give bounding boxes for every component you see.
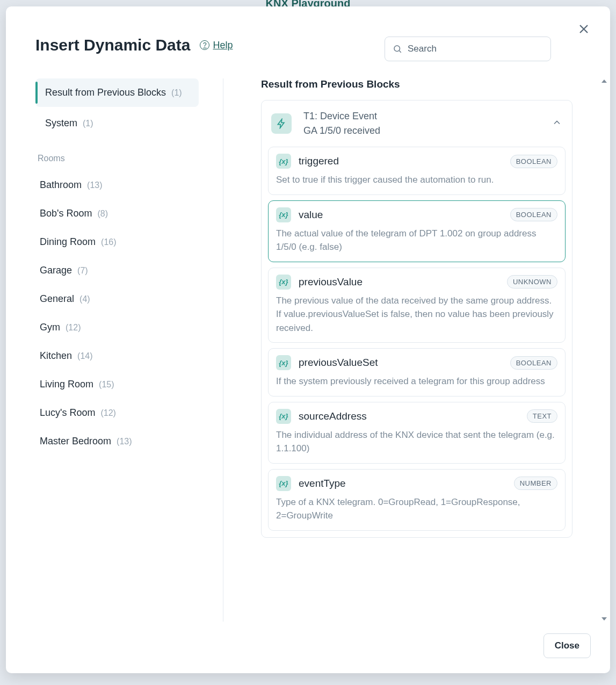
sidebar-category-count: (1) xyxy=(83,119,93,128)
sidebar-room-5[interactable]: Gym(12) xyxy=(35,313,199,342)
results-panel: Result from Previous Blocks T1: Device E… xyxy=(223,78,610,622)
sidebar-room-count: (8) xyxy=(97,209,108,219)
variable-name: triggered xyxy=(299,155,503,167)
sidebar-category-count: (1) xyxy=(171,88,182,98)
variable-type-pill: BOOLEAN xyxy=(510,356,557,370)
variable-description: The individual address of the KNX device… xyxy=(276,428,557,456)
scrollbar[interactable] xyxy=(601,78,607,622)
sidebar-room-label: General xyxy=(40,293,74,305)
sidebar-room-1[interactable]: Bob's Room(8) xyxy=(35,199,199,228)
sidebar-room-label: Bathroom xyxy=(40,179,82,191)
sidebar-room-label: Lucy's Room xyxy=(40,407,95,419)
scroll-down-icon[interactable] xyxy=(601,617,607,621)
help-link[interactable]: ? Help xyxy=(200,40,233,51)
variable-item-sourceAddress[interactable]: {x}sourceAddressTEXTThe individual addre… xyxy=(268,402,566,464)
variable-icon: {x} xyxy=(276,409,291,424)
variable-item-eventType[interactable]: {x}eventTypeNUMBERType of a KNX telegram… xyxy=(268,469,566,531)
sidebar-category-0[interactable]: Result from Previous Blocks(1) xyxy=(35,78,199,107)
rooms-section-label: Rooms xyxy=(35,154,199,163)
variable-name: value xyxy=(299,209,503,221)
sidebar-category-label: Result from Previous Blocks xyxy=(45,87,166,98)
sidebar-room-label: Bob's Room xyxy=(40,208,92,219)
variable-name: eventType xyxy=(299,478,506,489)
block-header[interactable]: T1: Device Event GA 1/5/0 received xyxy=(262,100,572,147)
sidebar-room-label: Garage xyxy=(40,265,72,276)
modal-title: Insert Dynamic Data xyxy=(35,36,190,54)
variable-icon: {x} xyxy=(276,154,291,169)
sidebar-room-4[interactable]: General(4) xyxy=(35,285,199,313)
close-button[interactable]: Close xyxy=(543,633,591,658)
sidebar-room-label: Kitchen xyxy=(40,350,72,362)
sidebar-room-count: (16) xyxy=(101,237,116,247)
variable-icon: {x} xyxy=(276,355,291,370)
sidebar-room-3[interactable]: Garage(7) xyxy=(35,256,199,285)
sidebar-room-count: (4) xyxy=(79,294,90,304)
variable-item-triggered[interactable]: {x}triggeredBOOLEANSet to true if this t… xyxy=(268,147,566,195)
sidebar-room-count: (15) xyxy=(99,380,114,390)
variable-type-pill: TEXT xyxy=(527,409,557,423)
variable-name: sourceAddress xyxy=(299,410,519,422)
search-box[interactable] xyxy=(385,37,551,61)
variable-name: previousValue xyxy=(299,276,499,288)
sidebar-room-count: (13) xyxy=(87,181,102,190)
variable-description: If the system previously received a tele… xyxy=(276,374,557,388)
search-input[interactable] xyxy=(408,44,543,54)
category-sidebar: Result from Previous Blocks(1)System(1)R… xyxy=(6,78,223,622)
variable-item-value[interactable]: {x}valueBOOLEANThe actual value of the t… xyxy=(268,200,566,262)
block-subtitle: GA 1/5/0 received xyxy=(303,124,540,138)
help-label: Help xyxy=(213,40,233,51)
variable-item-previousValueSet[interactable]: {x}previousValueSetBOOLEANIf the system … xyxy=(268,348,566,396)
sidebar-room-0[interactable]: Bathroom(13) xyxy=(35,171,199,199)
sidebar-room-label: Gym xyxy=(40,322,60,333)
variable-type-pill: NUMBER xyxy=(514,477,557,490)
sidebar-room-2[interactable]: Dining Room(16) xyxy=(35,228,199,256)
variable-icon: {x} xyxy=(276,275,291,290)
svg-point-0 xyxy=(394,46,400,52)
variable-description: Type of a KNX telegram. 0=GroupRead, 1=G… xyxy=(276,495,557,523)
sidebar-room-count: (13) xyxy=(117,437,132,446)
sidebar-room-count: (14) xyxy=(77,351,92,361)
variable-description: The actual value of the telegram of DPT … xyxy=(276,227,557,254)
scroll-up-icon[interactable] xyxy=(601,80,607,83)
sidebar-room-6[interactable]: Kitchen(14) xyxy=(35,342,199,370)
variable-type-pill: UNKNOWN xyxy=(507,275,557,289)
sidebar-category-1[interactable]: System(1) xyxy=(35,109,199,138)
results-title: Result from Previous Blocks xyxy=(261,78,572,90)
block-title: T1: Device Event xyxy=(303,109,540,124)
variable-icon: {x} xyxy=(276,476,291,491)
sidebar-room-count: (12) xyxy=(100,408,115,418)
insert-dynamic-data-modal: Insert Dynamic Data ? Help Result from P… xyxy=(6,6,610,673)
bolt-icon xyxy=(271,113,292,134)
variable-description: Set to true if this trigger caused the a… xyxy=(276,173,557,187)
block-card: T1: Device Event GA 1/5/0 received {x}tr… xyxy=(261,100,572,538)
variable-description: The previous value of the data received … xyxy=(276,294,557,335)
sidebar-room-label: Living Room xyxy=(40,379,93,390)
variable-item-previousValue[interactable]: {x}previousValueUNKNOWNThe previous valu… xyxy=(268,268,566,343)
variable-type-pill: BOOLEAN xyxy=(510,155,557,168)
sidebar-room-9[interactable]: Master Bedroom(13) xyxy=(35,427,199,456)
sidebar-room-7[interactable]: Living Room(15) xyxy=(35,370,199,399)
sidebar-room-8[interactable]: Lucy's Room(12) xyxy=(35,399,199,427)
help-icon: ? xyxy=(200,40,209,50)
sidebar-room-label: Master Bedroom xyxy=(40,436,111,447)
sidebar-category-label: System xyxy=(45,118,77,129)
sidebar-room-count: (12) xyxy=(66,323,81,333)
search-icon xyxy=(393,44,402,54)
variable-type-pill: BOOLEAN xyxy=(510,208,557,221)
sidebar-room-label: Dining Room xyxy=(40,236,96,248)
sidebar-room-count: (7) xyxy=(77,266,88,276)
chevron-up-icon xyxy=(552,117,562,130)
variable-icon: {x} xyxy=(276,207,291,222)
variable-name: previousValueSet xyxy=(299,357,503,369)
